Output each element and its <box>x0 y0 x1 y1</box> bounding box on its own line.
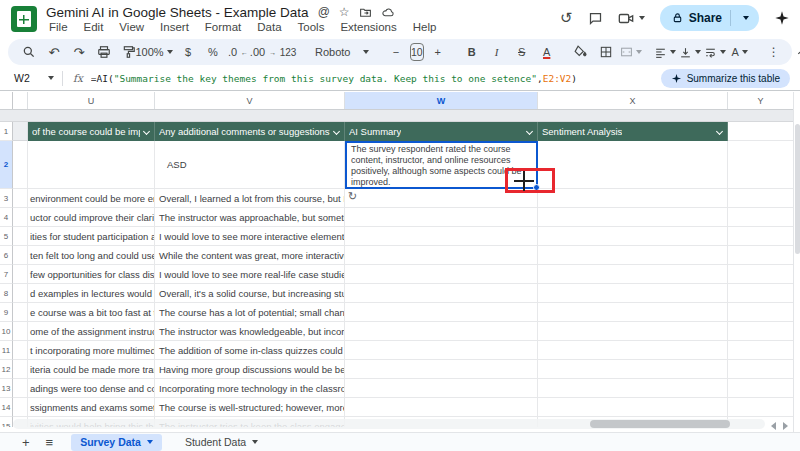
filter-chevron-icon[interactable] <box>526 128 533 135</box>
cell-W9[interactable] <box>345 303 538 322</box>
select-all-corner[interactable] <box>0 92 13 109</box>
cell-T2[interactable] <box>13 141 28 189</box>
cell-Y1[interactable] <box>728 122 793 141</box>
cell-T10[interactable] <box>13 322 28 341</box>
gemini-sparkle-icon[interactable] <box>774 10 790 26</box>
cell-W4[interactable] <box>345 208 538 227</box>
cell-T3[interactable] <box>13 189 28 208</box>
print-icon[interactable] <box>93 41 115 63</box>
row-header-10[interactable]: 10 <box>0 322 13 341</box>
redo-button[interactable]: ↷ <box>68 41 90 63</box>
scroll-left-icon[interactable] <box>771 422 776 430</box>
cell-V6[interactable]: While the content was great, more intera… <box>155 246 345 265</box>
horizontal-scrollbar[interactable] <box>13 419 765 429</box>
vertical-scrollbar-thumb[interactable] <box>795 124 800 254</box>
cell-W7[interactable] <box>345 265 538 284</box>
more-toolbar-button[interactable]: ⋮ <box>763 41 785 63</box>
tab-menu-caret-icon[interactable] <box>252 440 258 444</box>
cell-W11[interactable] <box>345 341 538 360</box>
cell-X13[interactable] <box>538 379 728 398</box>
cell-Y11[interactable] <box>728 341 793 360</box>
cell-T6[interactable] <box>13 246 28 265</box>
row-header-13[interactable]: 13 <box>0 379 13 398</box>
menu-tools[interactable]: Tools <box>292 21 331 33</box>
cell-Y14[interactable] <box>728 398 793 417</box>
menu-view[interactable]: View <box>113 21 150 33</box>
cell-V5[interactable]: I would love to see more interactive ele… <box>155 227 345 246</box>
cell-V9[interactable]: The course has a lot of potential; small… <box>155 303 345 322</box>
cell-Y12[interactable] <box>728 360 793 379</box>
name-box-caret-icon[interactable] <box>48 76 54 80</box>
row-header-8[interactable]: 8 <box>0 284 13 303</box>
cell-Y7[interactable] <box>728 265 793 284</box>
table-header-u[interactable]: of the course could be improve <box>28 122 155 141</box>
more-formats-button[interactable]: 123 <box>277 41 299 63</box>
format-percent-button[interactable]: % <box>202 41 224 63</box>
cell-U5[interactable]: ities for student participation and g <box>28 227 155 246</box>
row-header-11[interactable]: 11 <box>0 341 13 360</box>
text-wrap-button[interactable] <box>704 41 726 63</box>
bold-button[interactable]: B <box>461 41 483 63</box>
cell-W13[interactable] <box>345 379 538 398</box>
all-sheets-button[interactable]: ≡ <box>46 435 54 450</box>
cell-T5[interactable] <box>13 227 28 246</box>
cell-X2[interactable] <box>538 141 728 189</box>
menu-format[interactable]: Format <box>199 21 247 33</box>
cell-X4[interactable] <box>538 208 728 227</box>
share-button[interactable]: Share <box>660 5 759 31</box>
tab-student-data[interactable]: Student Data <box>176 434 267 451</box>
format-currency-button[interactable]: $ <box>177 41 199 63</box>
cell-X9[interactable] <box>538 303 728 322</box>
cell-T1[interactable] <box>13 122 28 141</box>
cell-V2[interactable]: ASD <box>155 141 345 189</box>
fill-color-icon[interactable] <box>570 41 592 63</box>
cell-Y10[interactable] <box>728 322 793 341</box>
cell-U14[interactable]: ssignments and exams sometimes <box>28 398 155 417</box>
filter-chevron-icon[interactable] <box>716 128 723 135</box>
row-header-15[interactable]: 15 <box>0 417 13 427</box>
column-header-T-partial[interactable] <box>13 92 28 109</box>
cell-U7[interactable]: few opportunities for class discus <box>28 265 155 284</box>
column-header-W[interactable]: W <box>345 92 538 109</box>
cell-Y6[interactable] <box>728 246 793 265</box>
summarize-table-button[interactable]: Summarize this table <box>661 69 790 88</box>
tab-survey-data[interactable]: Survey Data <box>71 434 162 451</box>
cell-V7[interactable]: I would love to see more real-life case … <box>155 265 345 284</box>
font-size-input[interactable]: 10 <box>410 43 424 61</box>
menu-file[interactable]: File <box>43 21 74 33</box>
cell-X6[interactable] <box>538 246 728 265</box>
cell-V12[interactable]: Having more group discussions would be b… <box>155 360 345 379</box>
cell-U9[interactable]: e course was a bit too fast at times <box>28 303 155 322</box>
increase-decimal-button[interactable]: .00 <box>252 41 274 63</box>
column-header-V[interactable]: V <box>155 92 345 109</box>
cell-T4[interactable] <box>13 208 28 227</box>
add-sheet-button[interactable]: + <box>22 435 30 450</box>
comments-icon[interactable] <box>588 11 603 26</box>
zoom-select[interactable]: 100% <box>143 41 165 63</box>
video-call-caret-icon[interactable] <box>639 16 645 20</box>
vertical-scrollbar[interactable] <box>793 92 800 432</box>
row-header-1[interactable]: 1 <box>0 122 13 141</box>
cell-U12[interactable]: iteria could be made more transpar <box>28 360 155 379</box>
video-call-icon[interactable] <box>618 12 634 25</box>
filter-chevron-icon[interactable] <box>333 128 340 135</box>
cell-T8[interactable] <box>13 284 28 303</box>
table-header-w[interactable]: AI Summary <box>345 122 538 141</box>
cell-X14[interactable] <box>538 398 728 417</box>
cell-U8[interactable]: d examples in lectures would help i <box>28 284 155 303</box>
cell-Y4[interactable] <box>728 208 793 227</box>
cell-T11[interactable] <box>13 341 28 360</box>
cloud-status-icon[interactable] <box>381 6 395 19</box>
cell-V11[interactable]: The addition of some in-class quizzes co… <box>155 341 345 360</box>
cell-T7[interactable] <box>13 265 28 284</box>
at-mention-icon[interactable]: @ <box>318 5 330 19</box>
cell-Y2[interactable] <box>728 141 793 189</box>
text-color-button[interactable]: A <box>536 41 558 63</box>
cell-W8[interactable] <box>345 284 538 303</box>
vertical-align-button[interactable] <box>679 41 701 63</box>
cell-V4[interactable]: The instructor was approachable, but som… <box>155 208 345 227</box>
menu-extensions[interactable]: Extensions <box>334 21 402 33</box>
row-header-4[interactable]: 4 <box>0 208 13 227</box>
increase-font-size-button[interactable]: + <box>427 41 449 63</box>
cell-U2[interactable] <box>28 141 155 189</box>
